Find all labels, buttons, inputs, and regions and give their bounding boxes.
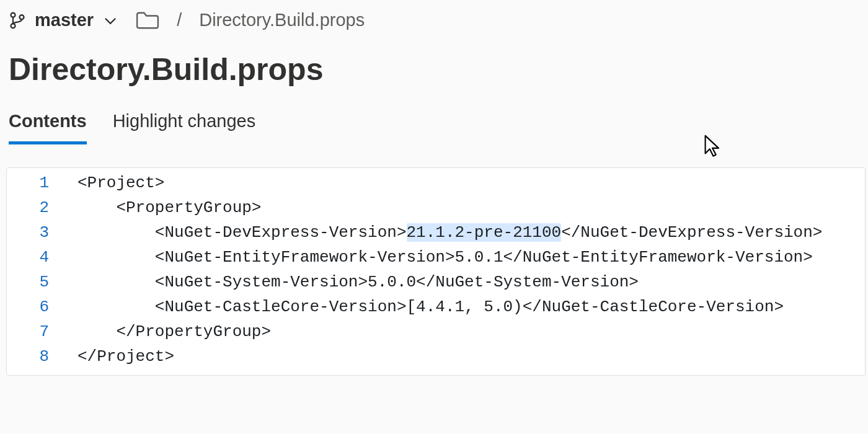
code-text[interactable]: <NuGet-CastleCore-Version>[4.4.1, 5.0)</… [78, 294, 865, 319]
branch-selector[interactable]: master [9, 10, 118, 30]
line-number: 8 [7, 344, 64, 369]
line-number: 7 [7, 319, 64, 344]
svg-point-2 [20, 15, 24, 19]
line-number: 6 [7, 294, 64, 319]
code-line: 2 <PropertyGroup> [7, 195, 865, 220]
tab-contents[interactable]: Contents [9, 111, 87, 144]
code-text[interactable]: </PropertyGroup> [78, 319, 865, 344]
code-line: 5 <NuGet-System-Version>5.0.0</NuGet-Sys… [7, 270, 865, 294]
code-text[interactable]: <NuGet-System-Version>5.0.0</NuGet-Syste… [78, 270, 865, 294]
folder-icon[interactable] [136, 11, 159, 30]
svg-point-0 [11, 12, 16, 17]
header-bar: master / Directory.Build.props [0, 0, 868, 30]
line-number: 3 [7, 220, 64, 245]
code-panel[interactable]: 1 <Project> 2 <PropertyGroup> 3 <NuGet-D… [6, 167, 866, 376]
line-number: 5 [7, 270, 64, 294]
code-line: 1 <Project> [7, 170, 865, 195]
code-line: 3 <NuGet-DevExpress-Version>21.1.2-pre-2… [7, 220, 865, 245]
code-text[interactable]: <NuGet-DevExpress-Version>21.1.2-pre-211… [78, 220, 865, 245]
code-line: 7 </PropertyGroup> [7, 319, 865, 344]
selected-text: 21.1.2-pre-21100 [407, 223, 562, 242]
line-number: 4 [7, 245, 64, 270]
breadcrumb-file[interactable]: Directory.Build.props [199, 10, 365, 30]
code-line: 6 <NuGet-CastleCore-Version>[4.4.1, 5.0)… [7, 294, 865, 319]
breadcrumb: / Directory.Build.props [136, 10, 365, 30]
code-text[interactable]: <Project> [78, 170, 865, 195]
chevron-down-icon [102, 12, 118, 29]
branch-icon [9, 11, 26, 30]
code-text[interactable]: <PropertyGroup> [78, 195, 865, 220]
branch-name: master [35, 10, 94, 30]
breadcrumb-separator: / [177, 10, 182, 30]
tabs: Contents Highlight changes [0, 87, 868, 145]
line-number: 2 [7, 195, 64, 220]
code-text[interactable]: </Project> [78, 344, 865, 369]
tab-highlight-changes[interactable]: Highlight changes [113, 111, 256, 144]
svg-point-1 [11, 24, 16, 28]
code-line: 4 <NuGet-EntityFramework-Version>5.0.1</… [7, 245, 865, 270]
line-number: 1 [7, 170, 64, 195]
code-line: 8 </Project> [7, 344, 865, 369]
code-text[interactable]: <NuGet-EntityFramework-Version>5.0.1</Nu… [78, 245, 865, 270]
page-title: Directory.Build.props [0, 30, 868, 87]
